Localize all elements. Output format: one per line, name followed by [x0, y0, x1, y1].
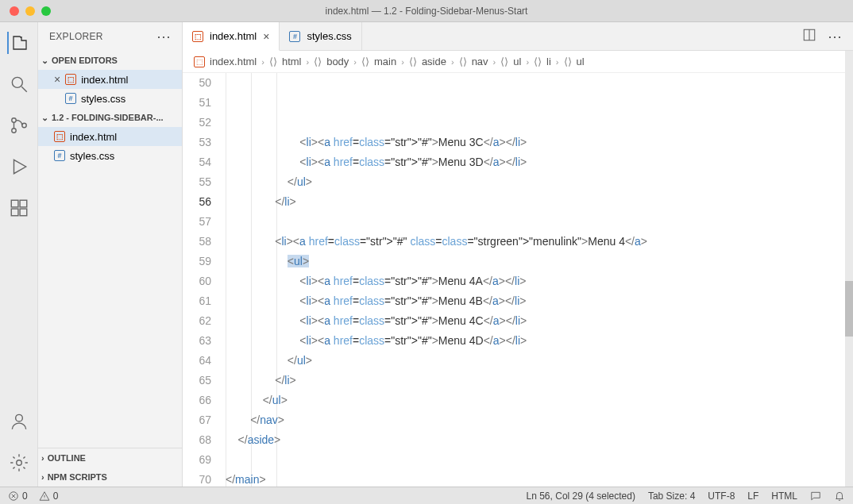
element-icon: ⟨⟩ [361, 56, 369, 67]
extensions-icon[interactable] [8, 197, 30, 219]
html-file-icon: ⬚ [192, 31, 203, 42]
status-bar: 0 0 Ln 56, Col 29 (4 selected) Tab Size:… [0, 487, 853, 504]
run-debug-icon[interactable] [8, 156, 30, 178]
chevron-right-icon: › [401, 57, 404, 67]
eol[interactable]: LF [747, 491, 758, 502]
svg-point-9 [16, 460, 21, 466]
chevron-right-icon: › [261, 57, 264, 67]
chevron-down-icon: ⌄ [41, 113, 48, 123]
element-icon: ⟨⟩ [459, 56, 467, 67]
svg-rect-4 [11, 200, 18, 207]
window-title: index.html — 1.2 - Folding-Sidebar-Menus… [326, 6, 528, 17]
tab-bar: ⬚ index.html × # styles.css ⋯ [183, 22, 853, 51]
element-icon: ⟨⟩ [534, 56, 542, 67]
chevron-right-icon: › [306, 57, 309, 67]
open-editor-item[interactable]: # styles.css [38, 89, 182, 108]
split-editor-icon[interactable] [802, 28, 816, 42]
element-icon: ⟨⟩ [269, 56, 277, 67]
svg-point-1 [11, 118, 15, 122]
problems-warnings[interactable]: 0 [39, 491, 59, 502]
search-icon[interactable] [8, 73, 30, 95]
svg-point-2 [11, 129, 15, 133]
chevron-right-icon: › [41, 453, 44, 463]
folder-header[interactable]: ⌄ 1.2 - FOLDING-SIDEBAR-... [38, 108, 182, 127]
tab-index-html[interactable]: ⬚ index.html × [183, 22, 280, 51]
element-icon: ⟨⟩ [409, 56, 417, 67]
html-file-icon: ⬚ [65, 74, 76, 85]
editor-group: ⬚ index.html × # styles.css ⋯ ⬚ index.ht… [183, 22, 853, 487]
close-icon[interactable]: × [54, 73, 60, 86]
npm-scripts-header[interactable]: › NPM SCRIPTS [38, 467, 182, 487]
window-title-bar: index.html — 1.2 - Folding-Sidebar-Menus… [0, 0, 853, 22]
code-editor[interactable]: 5051525354555657585960616263646566676869… [183, 73, 853, 487]
close-window-icon[interactable] [10, 6, 19, 16]
outline-header[interactable]: › OUTLINE [38, 448, 182, 467]
svg-point-0 [12, 77, 22, 87]
source-control-icon[interactable] [8, 114, 30, 137]
more-actions-icon[interactable]: ⋯ [828, 28, 842, 45]
minimap-scrollbar[interactable] [845, 51, 853, 487]
element-icon: ⟨⟩ [564, 56, 572, 67]
html-file-icon: ⬚ [54, 131, 65, 142]
more-icon[interactable]: ⋯ [156, 28, 171, 45]
svg-rect-5 [20, 200, 27, 207]
tab-size[interactable]: Tab Size: 4 [648, 491, 695, 502]
chevron-down-icon: ⌄ [41, 56, 48, 66]
breadcrumb[interactable]: ⬚ index.html › ⟨⟩html › ⟨⟩body › ⟨⟩main … [183, 51, 853, 73]
css-file-icon: # [289, 31, 300, 42]
file-item[interactable]: ⬚ index.html [38, 127, 182, 146]
svg-point-3 [21, 123, 25, 127]
file-item[interactable]: # styles.css [38, 146, 182, 165]
maximize-window-icon[interactable] [41, 6, 51, 16]
chevron-right-icon: › [526, 57, 529, 67]
chevron-right-icon: › [41, 472, 44, 482]
feedback-icon[interactable] [810, 491, 821, 502]
explorer-sidebar: EXPLORER ⋯ ⌄ OPEN EDITORS × ⬚ index.html… [38, 22, 183, 487]
notifications-icon[interactable] [834, 491, 845, 502]
activity-bar [0, 22, 38, 487]
open-editors-header[interactable]: ⌄ OPEN EDITORS [38, 51, 182, 70]
svg-rect-6 [11, 209, 18, 216]
chevron-right-icon: › [493, 57, 496, 67]
css-file-icon: # [54, 150, 65, 161]
explorer-icon[interactable] [7, 32, 29, 54]
encoding[interactable]: UTF-8 [708, 491, 735, 502]
tab-styles-css[interactable]: # styles.css [280, 22, 361, 51]
scrollbar-thumb[interactable] [845, 281, 853, 337]
element-icon: ⟨⟩ [314, 56, 322, 67]
html-file-icon: ⬚ [194, 56, 205, 67]
element-icon: ⟨⟩ [500, 56, 508, 67]
line-gutter: 5051525354555657585960616263646566676869… [183, 73, 226, 487]
settings-gear-icon[interactable] [8, 452, 30, 474]
language-mode[interactable]: HTML [771, 491, 797, 502]
blank-icon [54, 91, 60, 106]
css-file-icon: # [65, 93, 76, 104]
chevron-right-icon: › [556, 57, 559, 67]
cursor-position[interactable]: Ln 56, Col 29 (4 selected) [527, 491, 635, 502]
code-content[interactable]: <li><a href=class="str">"#">Menu 3C</a><… [226, 73, 853, 487]
open-editor-item[interactable]: × ⬚ index.html [38, 70, 182, 89]
minimize-window-icon[interactable] [25, 6, 35, 16]
explorer-title: EXPLORER [49, 31, 103, 42]
chevron-right-icon: › [353, 57, 357, 67]
chevron-right-icon: › [451, 57, 454, 67]
close-tab-icon[interactable]: × [263, 30, 269, 43]
svg-point-8 [15, 414, 22, 421]
account-icon[interactable] [8, 410, 30, 433]
problems-errors[interactable]: 0 [8, 491, 28, 502]
svg-rect-7 [20, 209, 27, 216]
